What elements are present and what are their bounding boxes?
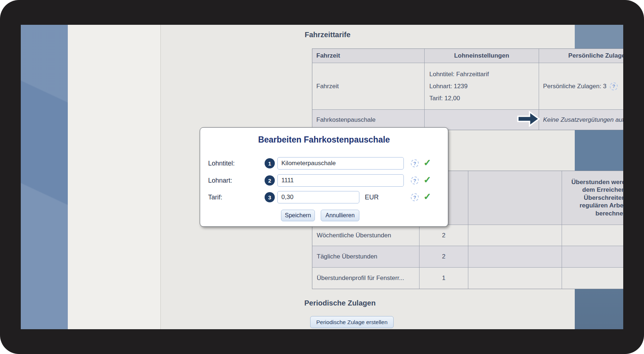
save-button[interactable]: Speichern	[281, 210, 315, 221]
valid-check-icon: ✓	[424, 175, 431, 184]
zulagen-count-text: Persönliche Zulagen: 3	[543, 83, 606, 90]
currency-unit-label: EUR	[365, 194, 379, 201]
annotation-arrow-icon	[517, 110, 540, 127]
cancel-button[interactable]: Annullieren	[321, 210, 359, 221]
cell-empty	[562, 246, 623, 268]
column-header: Fahrzeit	[312, 49, 425, 63]
cell-count: 2	[419, 225, 468, 246]
lohntitel-line: Lohntitel: Fahrzeittarif	[429, 68, 489, 80]
cell-count: 1	[419, 268, 468, 289]
cell-lohneinstellungen: Lohntitel: Fahrzeittarif Lohnart: 1239 T…	[425, 63, 539, 110]
sidebar-strip	[68, 25, 161, 329]
step-badge-2: 2	[265, 175, 275, 186]
cell-fahrkostenpauschale-name: Fahrkostenpauschale	[312, 110, 425, 130]
column-header-overtime-rule: Überstunden werden nach dem Erreichen un…	[562, 171, 623, 225]
desktop-background-left	[21, 25, 68, 329]
lohnart-label: Lohnart:	[208, 177, 232, 184]
cell-empty	[562, 225, 623, 246]
section-heading-periodische-zulagen: Periodische Zulagen	[304, 299, 376, 307]
cell-count: 2	[419, 246, 468, 268]
cell-profile-name: Überstundenprofil für Fensterr...	[312, 268, 419, 289]
cell-empty	[468, 225, 562, 246]
valid-check-icon: ✓	[424, 158, 431, 167]
cell-empty	[468, 246, 562, 268]
edit-fahrkostenpauschale-modal: Bearbeiten Fahrkostenpauschale Lohntitel…	[200, 127, 448, 227]
tarif-label: Tarif:	[208, 194, 222, 201]
screenshot-stage: Fahrzeittarife Fahrzeit Lohneinstellunge…	[0, 0, 644, 354]
tarif-input[interactable]	[277, 191, 359, 203]
cell-zulagen-note: Keine Zusatzvergütungen auferlegt	[539, 110, 623, 130]
step-badge-3: 3	[265, 192, 275, 202]
cell-profile-name: Tägliche Überstunden	[312, 246, 419, 268]
help-icon[interactable]: ?	[411, 159, 419, 167]
modal-title: Bearbeiten Fahrkostenpauschale	[200, 135, 448, 145]
valid-check-icon: ✓	[424, 192, 431, 201]
column-header: Lohneinstellungen	[425, 49, 539, 63]
cell-empty	[562, 268, 623, 289]
fahrzeittarife-table: Fahrzeit Lohneinstellungen Persönliche Z…	[312, 48, 623, 130]
lohnart-line: Lohnart: 1239	[429, 80, 468, 92]
column-header: Persönliche Zulagen	[539, 49, 623, 63]
cell-fahrzeit-name: Fahrzeit	[312, 63, 425, 110]
tarif-line: Tarif: 12,00	[429, 92, 460, 104]
lohntitel-input[interactable]	[277, 157, 404, 170]
cell-profile-name: Wöchentliche Überstunden	[312, 225, 419, 246]
cell-persoenliche-zulagen: Persönliche Zulagen: 3 ?	[539, 63, 623, 110]
column-header	[468, 171, 562, 225]
create-periodic-bonus-button[interactable]: Periodische Zulage erstellen	[310, 316, 394, 328]
cell-empty	[468, 268, 562, 289]
lohntitel-label: Lohntitel:	[208, 160, 235, 167]
step-badge-1: 1	[265, 158, 275, 168]
lohnart-input[interactable]	[277, 174, 404, 187]
help-icon[interactable]: ?	[411, 176, 419, 184]
help-icon[interactable]: ?	[610, 82, 618, 90]
help-icon[interactable]: ?	[411, 193, 419, 201]
section-heading-fahrzeittarife: Fahrzeittarife	[305, 31, 351, 39]
